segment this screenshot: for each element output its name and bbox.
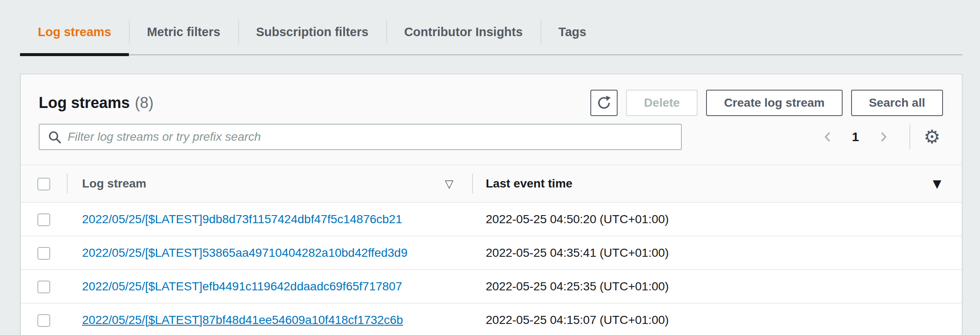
log-stream-link[interactable]: 2022/05/25/[$LATEST]53865aa49710404282a1… [82, 246, 407, 259]
tab-label: Log streams [38, 25, 111, 39]
last-event-time: 2022-05-25 04:25:35 (UTC+01:00) [486, 280, 669, 293]
last-event-time: 2022-05-25 04:35:41 (UTC+01:00) [486, 246, 669, 259]
toolbar: Delete Create log stream Search all [590, 90, 943, 116]
log-stream-link[interactable]: 2022/05/25/[$LATEST]efb4491c119642ddaadc… [82, 280, 402, 293]
column-header-last-event-time[interactable]: Last event time [486, 177, 573, 190]
filter-log-streams-input[interactable] [68, 125, 673, 149]
tab-metric-filters[interactable]: Metric filters [129, 9, 238, 54]
log-streams-table: Log stream ▽ Last event time ▼ 2022/05/2… [21, 165, 962, 335]
previous-page-button[interactable] [815, 125, 841, 148]
table-row: 2022/05/25/[$LATEST]9db8d73f1157424dbf47… [21, 202, 962, 236]
sort-icon-last-event-time[interactable]: ▼ [933, 177, 941, 190]
tab-bar: Log streams Metric filters Subscription … [20, 9, 963, 55]
refresh-button[interactable] [590, 90, 618, 116]
log-streams-panel: Log streams (8) Delete Create log stream… [20, 74, 963, 335]
sort-icon-log-stream[interactable]: ▽ [445, 177, 453, 190]
select-all-checkbox[interactable] [37, 178, 50, 190]
row-checkbox[interactable] [37, 281, 50, 293]
settings-button[interactable]: ⚙ [921, 128, 943, 146]
table-row: 2022/05/25/[$LATEST]53865aa49710404282a1… [21, 236, 962, 270]
tab-contributor-insights[interactable]: Contributor Insights [386, 9, 541, 54]
log-stream-link[interactable]: 2022/05/25/[$LATEST]9db8d73f1157424dbf47… [82, 213, 402, 226]
page-title: Log streams [39, 94, 130, 112]
last-event-time: 2022-05-25 04:15:07 (UTC+01:00) [486, 313, 669, 326]
last-event-time: 2022-05-25 04:50:20 (UTC+01:00) [486, 213, 669, 226]
tab-subscription-filters[interactable]: Subscription filters [238, 9, 386, 54]
row-checkbox[interactable] [37, 247, 50, 260]
chevron-left-icon [820, 130, 835, 144]
next-page-button[interactable] [870, 125, 897, 148]
gear-icon: ⚙ [924, 126, 940, 148]
tab-label: Tags [558, 25, 587, 39]
create-log-stream-button[interactable]: Create log stream [706, 90, 843, 116]
row-checkbox[interactable] [37, 314, 50, 327]
log-stream-link[interactable]: 2022/05/25/[$LATEST]87bf48d41ee54609a10f… [82, 313, 403, 326]
tab-tags[interactable]: Tags [541, 9, 604, 54]
delete-button[interactable]: Delete [626, 90, 698, 116]
table-row: 2022/05/25/[$LATEST]efb4491c119642ddaadc… [21, 270, 962, 303]
pagination-divider [909, 125, 910, 149]
search-icon [47, 130, 62, 144]
filter-input-container [39, 124, 682, 150]
current-page-number: 1 [852, 130, 859, 144]
tab-label: Metric filters [147, 25, 220, 39]
tab-label: Contributor Insights [404, 25, 523, 39]
column-header-log-stream[interactable]: Log stream [82, 177, 146, 190]
search-all-button[interactable]: Search all [851, 90, 943, 116]
item-count-badge: (8) [135, 94, 154, 112]
pagination: 1 ⚙ [815, 125, 943, 149]
tab-label: Subscription filters [256, 25, 368, 39]
table-row: 2022/05/25/[$LATEST]87bf48d41ee54609a10f… [21, 303, 962, 335]
row-checkbox[interactable] [37, 213, 50, 226]
tab-log-streams[interactable]: Log streams [20, 9, 129, 54]
refresh-icon [596, 95, 612, 111]
panel-header: Log streams (8) Delete Create log stream… [21, 74, 962, 165]
chevron-right-icon [876, 130, 891, 144]
table-header-row: Log stream ▽ Last event time ▼ [21, 165, 962, 202]
